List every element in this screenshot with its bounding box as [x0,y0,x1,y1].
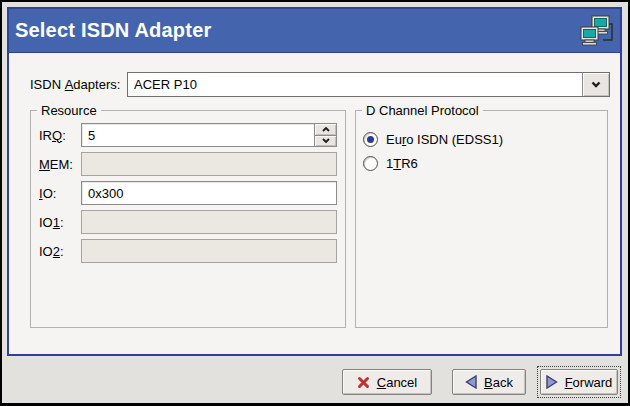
label-mnemonic: T [393,156,401,171]
io-input[interactable] [81,181,337,205]
radio-euro-isdn-edss1[interactable]: Euro ISDN (EDSS1) [363,127,599,151]
label-post: : [62,128,66,143]
label-pre: IR [39,128,52,143]
label-mnemonic: B [484,375,493,390]
chevron-down-icon [322,138,330,143]
label-post: orward [573,375,613,390]
irq-spin-up-button[interactable] [315,124,336,135]
select-isdn-adapter-dialog: { "colors": { "titlebar_blue": "#4465ad"… [0,0,630,406]
dialog-header: Select ISDN Adapter [9,9,620,53]
irq-label: IRQ: [39,128,81,143]
resource-group: Resource IRQ: MEM: [30,110,346,328]
chevron-down-icon [591,81,601,88]
isdn-adapter-combobox[interactable] [127,72,610,97]
label-pre: IO [39,215,53,230]
label-pre: Eu [386,132,402,147]
label-post: : [60,215,64,230]
forward-button[interactable]: Forward [540,369,618,395]
label-mnemonic: F [565,375,573,390]
irq-row: IRQ: [39,123,337,147]
io2-input [81,239,337,263]
io1-row: IO1: [39,210,337,234]
io1-input [81,210,337,234]
label-mnemonic: A [65,77,74,92]
mem-field-wrap [81,152,337,176]
io2-label: IO2: [39,244,81,259]
label-pre: ISDN [30,77,65,92]
label-mnemonic: 2 [53,244,60,259]
arrow-right-icon [546,375,558,389]
cancel-button-label: Cancel [377,375,417,390]
arrow-left-icon [465,375,477,389]
dialog-button-bar: Cancel Back Forward [2,369,618,395]
label-post: O: [43,186,57,201]
red-x-icon [357,376,370,389]
label-post: EM: [50,157,73,172]
back-button-label: Back [484,375,513,390]
protocol-options: Euro ISDN (EDSS1) 1TR6 [356,111,607,175]
label-post: ack [493,375,513,390]
back-button[interactable]: Back [452,369,526,395]
radio-euro-isdn-label: Euro ISDN (EDSS1) [386,132,503,147]
label-mnemonic: M [39,157,50,172]
isdn-adapter-combobox-input[interactable] [128,73,582,96]
radio-selected-icon[interactable] [363,132,378,147]
chevron-up-icon [322,127,330,132]
isdn-adapters-label: ISDN Adapters: [30,72,120,97]
dialog-title: Select ISDN Adapter [15,19,579,42]
label-post: R6 [401,156,418,171]
irq-input[interactable] [81,123,337,147]
label-mnemonic: C [377,375,386,390]
label-mnemonic: 1 [53,215,60,230]
io2-row: IO2: [39,239,337,263]
io-field-wrap [81,181,337,205]
radio-1tr6-label: 1TR6 [386,156,418,171]
label-post: ancel [386,375,417,390]
irq-field-wrap [81,123,337,147]
label-pre: IO [39,244,53,259]
label-post: : [60,244,64,259]
dialog-content: ISDN Adapters: Resource IRQ: [9,53,620,354]
irq-spin-down-button[interactable] [315,135,336,147]
resource-rows: IRQ: MEM: IO: [31,111,345,263]
io2-field-wrap [81,239,337,263]
io-row: IO: [39,181,337,205]
mem-label: MEM: [39,157,81,172]
combobox-dropdown-button[interactable] [582,73,609,96]
forward-button-label: Forward [565,375,613,390]
d-channel-protocol-group-title: D Channel Protocol [362,103,483,118]
label-post: o ISDN (EDSS1) [406,132,503,147]
radio-unselected-icon[interactable] [363,156,378,171]
mem-input [81,152,337,176]
label-mnemonic: Q [52,128,62,143]
io1-label: IO1: [39,215,81,230]
resource-group-title: Resource [37,103,101,118]
io-label: IO: [39,186,81,201]
io1-field-wrap [81,210,337,234]
dialog-panel: Select ISDN Adapter ISDN Adapters: [7,7,622,356]
d-channel-protocol-group: D Channel Protocol Euro ISDN (EDSS1) 1TR… [355,110,608,328]
radio-1tr6[interactable]: 1TR6 [363,151,599,175]
mem-row: MEM: [39,152,337,176]
label-post: dapters: [73,77,120,92]
irq-spinner [314,124,336,146]
network-computers-icon [579,15,615,47]
cancel-button[interactable]: Cancel [342,369,432,395]
